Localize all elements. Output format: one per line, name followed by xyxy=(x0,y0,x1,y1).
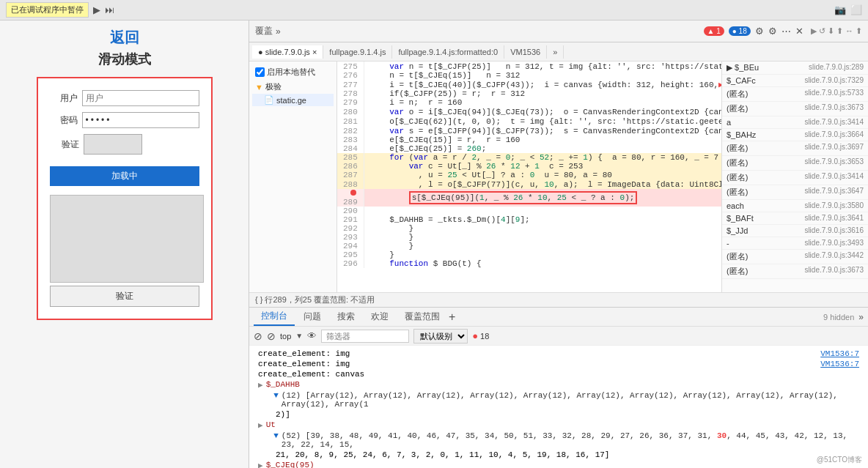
vm-link-1[interactable]: VM1536:7 xyxy=(820,349,859,358)
console-block-icon[interactable]: ⊘ xyxy=(267,330,276,342)
var-row-beu[interactable]: ▶ $_BEu slide.7.9.0.js:289 xyxy=(722,62,868,75)
console-content: create_element: img VM1536:7 create_elem… xyxy=(249,346,868,468)
screenshot-icon[interactable]: 📷 xyxy=(834,4,846,15)
var-row-anon5[interactable]: (匿名) slide.7.9.0.js:3414 xyxy=(722,171,868,185)
captcha-label: 验证 xyxy=(50,138,79,151)
var-row-jjd[interactable]: $_JJd slide.7.9.0.js:3616 xyxy=(722,225,868,237)
settings-icon[interactable]: ⚙ xyxy=(768,26,777,37)
var-row-each[interactable]: each slide.7.9.0.js:3580 xyxy=(722,200,868,212)
source-tab-fullpage-fmt[interactable]: fullpage.9.1.4.js:formatted:0 xyxy=(392,45,504,59)
ut-arr-triangle[interactable]: ▼ xyxy=(273,431,279,440)
back-link[interactable]: 返回 xyxy=(110,28,139,48)
ut-array-cont-2: 21, 20, 8, 9, 25, 24, 6, 7, 3, 2, 0, 1, … xyxy=(258,450,609,459)
tab-search[interactable]: 搜索 xyxy=(330,308,362,325)
var-row-anon4[interactable]: (匿名) slide.7.9.0.js:3653 xyxy=(722,156,868,171)
key-dahhb: $_DAHHB xyxy=(266,380,300,389)
var-row-anon8[interactable]: (匿名) slide.7.9.0.js:3673 xyxy=(722,264,868,279)
code-line-290: 290 xyxy=(337,207,721,215)
code-line-287: 287 , u = 25 < Ut[_] ? a : 0 u = 80, a =… xyxy=(337,171,721,179)
loading-button[interactable]: 加载中 xyxy=(50,166,199,186)
username-input[interactable] xyxy=(82,90,199,106)
log-level-select[interactable]: 默认级别 xyxy=(413,329,468,343)
canvas-preview xyxy=(50,195,204,283)
expand-right-icon[interactable]: » xyxy=(858,312,864,322)
source-tab-more[interactable]: » xyxy=(547,45,564,59)
var-row-baft[interactable]: $_BAFt slide.7.9.0.js:3641 xyxy=(722,212,868,225)
code-line-276: 276 n = t[$_CJEq(15)] n = 312 xyxy=(337,71,721,80)
responsive-icon[interactable]: ⬜ xyxy=(850,4,862,15)
source-tab-slide[interactable]: ● slide.7.9.0.js × xyxy=(252,45,323,59)
add-tab-button[interactable]: + xyxy=(449,311,455,324)
verify-button[interactable]: 验证 xyxy=(50,286,199,307)
var-row-anon1[interactable]: (匿名) slide.7.9.0.js:5733 xyxy=(722,87,868,102)
expand-triangle[interactable]: ▶ xyxy=(258,380,263,390)
var-row-anon6[interactable]: (匿名) slide.7.9.0.js:3647 xyxy=(722,185,868,200)
eye-icon[interactable]: 👁 xyxy=(307,330,317,341)
line-text: create_element: img xyxy=(258,360,350,368)
console-line-array12[interactable]: ▼ (12) [Array(12), Array(12), Array(12),… xyxy=(249,390,868,409)
error-badge-wrapper: ● 18 xyxy=(472,330,489,341)
variables-panel: ▶ $_BEu slide.7.9.0.js:289 $_CAFc slide.… xyxy=(721,62,868,292)
source-tab-fullpage[interactable]: fullpage.9.1.4.js xyxy=(323,45,392,59)
var-row-bahz[interactable]: $_BAHz slide.7.9.0.js:3664 xyxy=(722,129,868,141)
console-filter-input[interactable] xyxy=(321,330,409,343)
tab-issues[interactable]: 问题 xyxy=(296,308,328,325)
line-text: create_element: img xyxy=(258,349,350,358)
console-clear-icon[interactable]: ⊘ xyxy=(254,330,262,342)
resume-icon[interactable]: ▶ xyxy=(93,4,100,15)
username-row: 用户 xyxy=(50,90,199,106)
console-line-cjeq95[interactable]: ▶ $_CJEq(95) xyxy=(249,460,868,468)
devtools-statusbar: { } 行289，列25 覆盖范围: 不适用 xyxy=(249,292,868,307)
var-row-anon7[interactable]: (匿名) slide.7.9.0.js:3442 xyxy=(722,250,868,264)
context-label: top xyxy=(280,332,291,341)
local-override-label[interactable]: 启用本地替代 xyxy=(252,64,334,80)
code-editor[interactable]: 275 var n = t[$_CJFP(25)] n = 312, t = i… xyxy=(337,62,721,292)
console-line-1: create_element: img VM1536:7 xyxy=(249,349,868,359)
code-line-284: 284 e[$_CJEq(25)] = 260; xyxy=(337,144,721,153)
password-input[interactable] xyxy=(82,112,199,128)
console-line-ut[interactable]: ▶ Ut xyxy=(249,420,868,431)
code-line-294: 294 } xyxy=(337,242,721,250)
share-icon[interactable]: ⚙ xyxy=(755,26,764,37)
console-line-2: create_element: img VM1536:7 xyxy=(249,359,868,369)
var-row-dash[interactable]: - slide.7.9.0.js:3493 xyxy=(722,237,868,250)
tab-coverage[interactable]: 覆盖范围 xyxy=(397,308,447,325)
debug-badge: 已在调试程序中暂停 xyxy=(6,2,89,18)
console-toolbar: ⊘ ⊘ top ▼ 👁 默认级别 ● 18 xyxy=(249,327,868,346)
tab-console[interactable]: 控制台 xyxy=(254,308,295,326)
tab-welcome[interactable]: 欢迎 xyxy=(364,308,396,325)
devtools-action-icons: ▶ ↺ ⬇ ⬆ ↔ ⬆ xyxy=(811,26,862,36)
context-dropdown-icon[interactable]: ▼ xyxy=(295,332,303,340)
devtools-panel: 覆盖 » ▲ 1 ● 18 ⚙ ⚙ ⋯ ✕ ▶ ↺ ⬇ ⬆ ↔ ⬆ ● slid… xyxy=(249,21,868,468)
code-line-293: 293 } xyxy=(337,233,721,242)
devtools-content: 启用本地替代 ▼ 极验 📄 static.ge 275 xyxy=(249,62,868,292)
sidebar-item-static[interactable]: 📄 static.ge xyxy=(252,94,334,106)
more-icon[interactable]: ⋯ xyxy=(781,26,791,37)
code-line-285: 285 for (var a = r / 2, _ = 0; _ < 52; _… xyxy=(337,153,721,162)
var-row-anon3[interactable]: (匿名) slide.7.9.0.js:3697 xyxy=(722,141,868,156)
var-row-a[interactable]: a slide.7.9.0.js:3414 xyxy=(722,116,868,129)
console-line-ut-arr-2: 21, 20, 8, 9, 25, 24, 6, 7, 3, 2, 0, 1, … xyxy=(249,450,868,460)
var-row-cafc[interactable]: $_CAFc slide.7.9.0.js:7329 xyxy=(722,75,868,87)
expand-triangle-2[interactable]: ▼ xyxy=(273,391,279,400)
console-line-dahhb[interactable]: ▶ $_DAHHB xyxy=(249,379,868,390)
username-label: 用户 xyxy=(50,92,78,105)
vm-link-2[interactable]: VM1536:7 xyxy=(820,360,859,368)
code-line-279: 279 i = n; r = 160 xyxy=(337,98,721,107)
cjeq95-triangle[interactable]: ▶ xyxy=(258,461,263,468)
code-line-282: 282 var s = e[$_CJFP(94)]($_CJFP(73)); s… xyxy=(337,126,721,135)
code-line-283: 283 e[$_CJEq(15)] = r, r = 160 xyxy=(337,135,721,144)
code-line-275: 275 var n = t[$_CJFP(25)] n = 312, t = i… xyxy=(337,62,721,71)
indent xyxy=(258,391,268,400)
code-table: 275 var n = t[$_CJFP(25)] n = 312, t = i… xyxy=(337,62,721,268)
local-override-checkbox[interactable] xyxy=(255,67,265,77)
sidebar-item-jiyan[interactable]: ▼ 极验 xyxy=(252,80,334,94)
close-icon[interactable]: ✕ xyxy=(795,26,803,37)
ut-triangle[interactable]: ▶ xyxy=(258,420,263,430)
badge-warning: ▲ 1 xyxy=(704,26,724,36)
source-tab-vm[interactable]: VM1536 xyxy=(504,45,547,59)
captcha-row: 验证 xyxy=(50,134,199,155)
expand-icon[interactable]: » xyxy=(276,26,281,37)
pause-icon[interactable]: ⏭ xyxy=(105,4,114,15)
var-row-anon2[interactable]: (匿名) slide.7.9.0.js:3673 xyxy=(722,102,868,116)
